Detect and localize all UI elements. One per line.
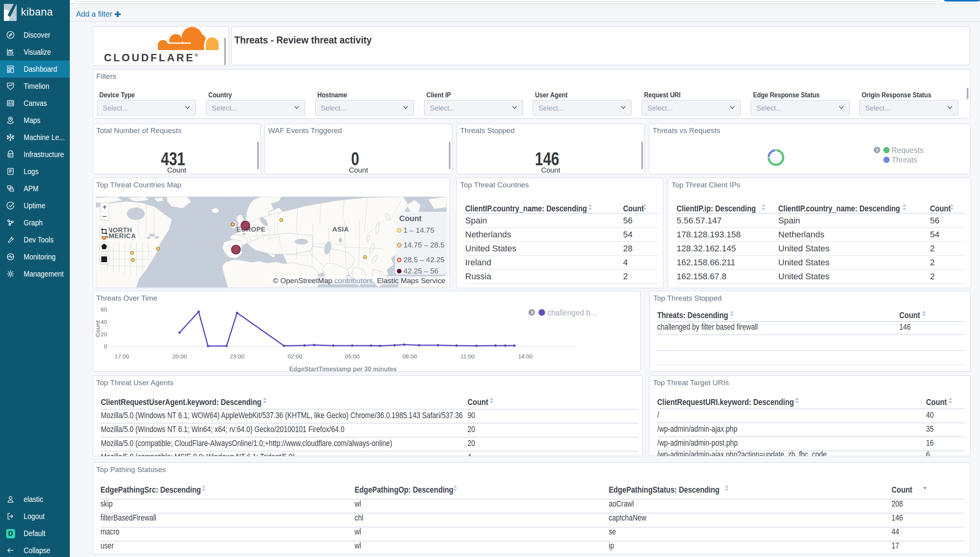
svg-text:ASIA: ASIA [332,226,349,233]
